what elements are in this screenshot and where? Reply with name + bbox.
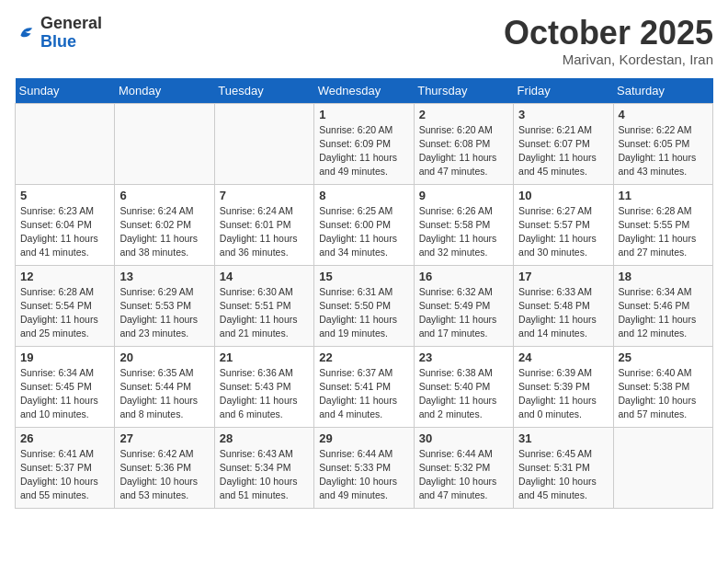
calendar-cell: 24Sunrise: 6:39 AMSunset: 5:39 PMDayligh… <box>514 346 613 427</box>
day-info: Sunrise: 6:24 AMSunset: 6:02 PMDaylight:… <box>119 204 209 260</box>
day-info: Sunrise: 6:41 AMSunset: 5:37 PMDaylight:… <box>20 447 109 503</box>
day-number: 15 <box>319 270 408 283</box>
day-number: 4 <box>619 108 708 121</box>
calendar-title: October 2025 <box>504 15 713 52</box>
weekday-header-monday: Monday <box>115 78 214 104</box>
calendar-cell: 10Sunrise: 6:27 AMSunset: 5:57 PMDayligh… <box>514 184 613 265</box>
calendar-cell: 2Sunrise: 6:20 AMSunset: 6:08 PMDaylight… <box>414 103 513 184</box>
weekday-header-wednesday: Wednesday <box>314 78 414 104</box>
calendar-cell <box>115 103 214 184</box>
day-number: 11 <box>619 189 708 202</box>
calendar-cell: 5Sunrise: 6:23 AMSunset: 6:04 PMDaylight… <box>16 184 115 265</box>
calendar-week-2: 5Sunrise: 6:23 AMSunset: 6:04 PMDaylight… <box>16 184 713 265</box>
calendar-cell: 13Sunrise: 6:29 AMSunset: 5:53 PMDayligh… <box>115 265 214 346</box>
day-info: Sunrise: 6:30 AMSunset: 5:51 PMDaylight:… <box>220 285 309 341</box>
calendar-cell <box>214 103 313 184</box>
weekday-header-saturday: Saturday <box>613 78 712 104</box>
day-number: 16 <box>419 270 508 283</box>
day-number: 6 <box>119 189 209 202</box>
calendar-cell: 4Sunrise: 6:22 AMSunset: 6:05 PMDaylight… <box>613 103 712 184</box>
calendar-cell: 30Sunrise: 6:44 AMSunset: 5:32 PMDayligh… <box>414 427 513 508</box>
day-info: Sunrise: 6:28 AMSunset: 5:54 PMDaylight:… <box>20 285 109 341</box>
day-number: 19 <box>20 350 109 364</box>
calendar-body: 1Sunrise: 6:20 AMSunset: 6:09 PMDaylight… <box>16 103 713 508</box>
day-number: 17 <box>518 270 608 283</box>
day-info: Sunrise: 6:34 AMSunset: 5:45 PMDaylight:… <box>20 366 109 422</box>
day-number: 27 <box>119 431 209 445</box>
calendar-cell: 19Sunrise: 6:34 AMSunset: 5:45 PMDayligh… <box>16 346 115 427</box>
day-number: 21 <box>220 350 309 364</box>
day-number: 22 <box>319 350 408 364</box>
day-info: Sunrise: 6:32 AMSunset: 5:49 PMDaylight:… <box>419 285 508 341</box>
calendar-cell: 11Sunrise: 6:28 AMSunset: 5:55 PMDayligh… <box>613 184 712 265</box>
calendar-header: SundayMondayTuesdayWednesdayThursdayFrid… <box>16 78 713 104</box>
day-number: 2 <box>419 108 508 121</box>
day-info: Sunrise: 6:45 AMSunset: 5:31 PMDaylight:… <box>518 447 608 503</box>
calendar-cell: 25Sunrise: 6:40 AMSunset: 5:38 PMDayligh… <box>613 346 712 427</box>
day-info: Sunrise: 6:29 AMSunset: 5:53 PMDaylight:… <box>119 285 209 341</box>
day-info: Sunrise: 6:21 AMSunset: 6:07 PMDaylight:… <box>518 123 608 179</box>
day-number: 25 <box>619 350 708 364</box>
day-info: Sunrise: 6:42 AMSunset: 5:36 PMDaylight:… <box>119 447 209 503</box>
calendar-cell: 21Sunrise: 6:36 AMSunset: 5:43 PMDayligh… <box>214 346 313 427</box>
day-number: 3 <box>518 108 608 121</box>
day-info: Sunrise: 6:40 AMSunset: 5:38 PMDaylight:… <box>619 366 708 422</box>
day-info: Sunrise: 6:31 AMSunset: 5:50 PMDaylight:… <box>319 285 408 341</box>
day-info: Sunrise: 6:34 AMSunset: 5:46 PMDaylight:… <box>619 285 708 341</box>
day-number: 12 <box>20 270 109 283</box>
calendar-cell: 15Sunrise: 6:31 AMSunset: 5:50 PMDayligh… <box>314 265 414 346</box>
day-number: 23 <box>419 350 508 364</box>
calendar-cell: 8Sunrise: 6:25 AMSunset: 6:00 PMDaylight… <box>314 184 414 265</box>
weekday-header-row: SundayMondayTuesdayWednesdayThursdayFrid… <box>16 78 713 104</box>
logo-bird-icon <box>15 22 37 44</box>
day-info: Sunrise: 6:36 AMSunset: 5:43 PMDaylight:… <box>220 366 309 422</box>
day-info: Sunrise: 6:38 AMSunset: 5:40 PMDaylight:… <box>419 366 508 422</box>
day-info: Sunrise: 6:22 AMSunset: 6:05 PMDaylight:… <box>619 123 708 179</box>
calendar-cell: 6Sunrise: 6:24 AMSunset: 6:02 PMDaylight… <box>115 184 214 265</box>
calendar-cell: 3Sunrise: 6:21 AMSunset: 6:07 PMDaylight… <box>514 103 613 184</box>
day-info: Sunrise: 6:39 AMSunset: 5:39 PMDaylight:… <box>518 366 608 422</box>
calendar-cell: 9Sunrise: 6:26 AMSunset: 5:58 PMDaylight… <box>414 184 513 265</box>
calendar-week-1: 1Sunrise: 6:20 AMSunset: 6:09 PMDaylight… <box>16 103 713 184</box>
calendar-cell: 23Sunrise: 6:38 AMSunset: 5:40 PMDayligh… <box>414 346 513 427</box>
calendar-cell: 1Sunrise: 6:20 AMSunset: 6:09 PMDaylight… <box>314 103 414 184</box>
calendar-cell: 27Sunrise: 6:42 AMSunset: 5:36 PMDayligh… <box>115 427 214 508</box>
day-info: Sunrise: 6:20 AMSunset: 6:09 PMDaylight:… <box>319 123 408 179</box>
calendar-cell: 31Sunrise: 6:45 AMSunset: 5:31 PMDayligh… <box>514 427 613 508</box>
day-info: Sunrise: 6:44 AMSunset: 5:32 PMDaylight:… <box>419 447 508 503</box>
day-number: 31 <box>518 431 608 445</box>
calendar-cell: 29Sunrise: 6:44 AMSunset: 5:33 PMDayligh… <box>314 427 414 508</box>
day-info: Sunrise: 6:20 AMSunset: 6:08 PMDaylight:… <box>419 123 508 179</box>
calendar-cell: 18Sunrise: 6:34 AMSunset: 5:46 PMDayligh… <box>613 265 712 346</box>
calendar-cell: 28Sunrise: 6:43 AMSunset: 5:34 PMDayligh… <box>214 427 313 508</box>
day-number: 5 <box>20 189 109 202</box>
calendar-week-3: 12Sunrise: 6:28 AMSunset: 5:54 PMDayligh… <box>16 265 713 346</box>
calendar-week-5: 26Sunrise: 6:41 AMSunset: 5:37 PMDayligh… <box>16 427 713 508</box>
day-info: Sunrise: 6:23 AMSunset: 6:04 PMDaylight:… <box>20 204 109 260</box>
day-number: 26 <box>20 431 109 445</box>
weekday-header-sunday: Sunday <box>16 78 115 104</box>
calendar-cell <box>16 103 115 184</box>
day-number: 29 <box>319 431 408 445</box>
calendar-cell: 12Sunrise: 6:28 AMSunset: 5:54 PMDayligh… <box>16 265 115 346</box>
weekday-header-tuesday: Tuesday <box>214 78 313 104</box>
day-number: 24 <box>518 350 608 364</box>
day-number: 20 <box>119 350 209 364</box>
page-header: General Blue October 2025 Marivan, Korde… <box>15 15 713 67</box>
day-info: Sunrise: 6:44 AMSunset: 5:33 PMDaylight:… <box>319 447 408 503</box>
calendar-week-4: 19Sunrise: 6:34 AMSunset: 5:45 PMDayligh… <box>16 346 713 427</box>
day-info: Sunrise: 6:25 AMSunset: 6:00 PMDaylight:… <box>319 204 408 260</box>
day-number: 28 <box>220 431 309 445</box>
day-info: Sunrise: 6:27 AMSunset: 5:57 PMDaylight:… <box>518 204 608 260</box>
day-number: 13 <box>119 270 209 283</box>
day-info: Sunrise: 6:33 AMSunset: 5:48 PMDaylight:… <box>518 285 608 341</box>
day-info: Sunrise: 6:28 AMSunset: 5:55 PMDaylight:… <box>619 204 708 260</box>
day-number: 8 <box>319 189 408 202</box>
logo: General Blue <box>15 15 102 52</box>
day-info: Sunrise: 6:24 AMSunset: 6:01 PMDaylight:… <box>220 204 309 260</box>
day-info: Sunrise: 6:35 AMSunset: 5:44 PMDaylight:… <box>119 366 209 422</box>
calendar-cell: 16Sunrise: 6:32 AMSunset: 5:49 PMDayligh… <box>414 265 513 346</box>
day-info: Sunrise: 6:26 AMSunset: 5:58 PMDaylight:… <box>419 204 508 260</box>
day-number: 18 <box>619 270 708 283</box>
calendar-subtitle: Marivan, Kordestan, Iran <box>504 52 713 67</box>
